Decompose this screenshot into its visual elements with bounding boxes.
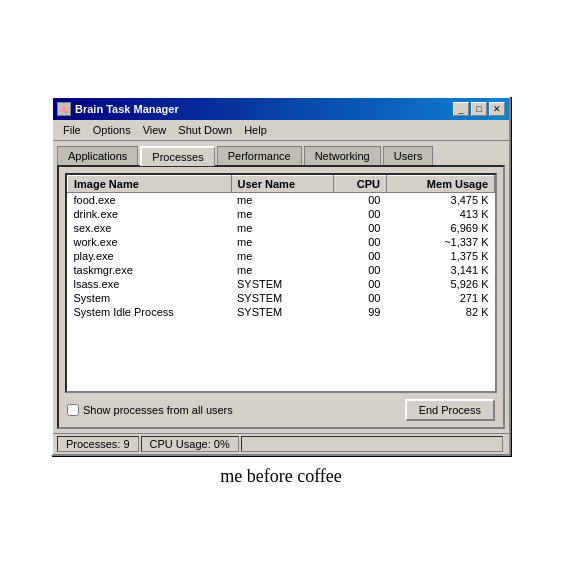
show-all-users-label[interactable]: Show processes from all users [67, 404, 233, 416]
cell-cpu: 00 [334, 291, 387, 305]
cell-image: play.exe [68, 249, 232, 263]
cell-image: sex.exe [68, 221, 232, 235]
tabs-bar: Applications Processes Performance Netwo… [53, 141, 509, 165]
status-cpu: CPU Usage: 0% [141, 436, 239, 452]
cell-mem: ~1,337 K [386, 235, 494, 249]
title-buttons: _ □ ✕ [453, 102, 505, 116]
cell-user: SYSTEM [231, 277, 334, 291]
cell-user: me [231, 249, 334, 263]
cell-cpu: 99 [334, 305, 387, 319]
cell-user: me [231, 193, 334, 208]
cell-cpu: 00 [334, 235, 387, 249]
end-process-button[interactable]: End Process [405, 399, 495, 421]
process-table: Image Name User Name CPU Mem Usage food.… [67, 175, 495, 319]
cell-image: lsass.exe [68, 277, 232, 291]
cell-cpu: 00 [334, 277, 387, 291]
caption: me before coffee [220, 466, 342, 487]
table-row[interactable]: play.exe me 00 1,375 K [68, 249, 495, 263]
table-row[interactable]: System Idle Process SYSTEM 99 82 K [68, 305, 495, 319]
table-row[interactable]: taskmgr.exe me 00 3,141 K [68, 263, 495, 277]
cell-image: taskmgr.exe [68, 263, 232, 277]
cell-image: work.exe [68, 235, 232, 249]
col-user-name[interactable]: User Name [231, 176, 334, 193]
status-bar: Processes: 9 CPU Usage: 0% [53, 433, 509, 454]
cell-cpu: 00 [334, 263, 387, 277]
table-row[interactable]: food.exe me 00 3,475 K [68, 193, 495, 208]
menu-shutdown[interactable]: Shut Down [172, 122, 238, 138]
cell-mem: 413 K [386, 207, 494, 221]
col-image-name[interactable]: Image Name [68, 176, 232, 193]
process-table-wrapper[interactable]: Image Name User Name CPU Mem Usage food.… [65, 173, 497, 393]
cell-cpu: 00 [334, 207, 387, 221]
cell-cpu: 00 [334, 193, 387, 208]
status-processes: Processes: 9 [57, 436, 139, 452]
maximize-button[interactable]: □ [471, 102, 487, 116]
bottom-controls: Show processes from all users End Proces… [65, 399, 497, 421]
cell-mem: 82 K [386, 305, 494, 319]
cell-user: SYSTEM [231, 291, 334, 305]
menu-view[interactable]: View [137, 122, 173, 138]
cell-mem: 5,926 K [386, 277, 494, 291]
cell-user: me [231, 207, 334, 221]
title-bar-left: 🧠 Brain Task Manager [57, 102, 179, 116]
cell-image: drink.exe [68, 207, 232, 221]
cell-image: food.exe [68, 193, 232, 208]
cell-image: System [68, 291, 232, 305]
content-area: Image Name User Name CPU Mem Usage food.… [57, 165, 505, 429]
cell-cpu: 00 [334, 221, 387, 235]
app-icon: 🧠 [57, 102, 71, 116]
cell-mem: 271 K [386, 291, 494, 305]
close-button[interactable]: ✕ [489, 102, 505, 116]
cell-mem: 3,141 K [386, 263, 494, 277]
table-row[interactable]: System SYSTEM 00 271 K [68, 291, 495, 305]
table-row[interactable]: sex.exe me 00 6,969 K [68, 221, 495, 235]
cell-image: System Idle Process [68, 305, 232, 319]
col-mem-usage[interactable]: Mem Usage [386, 176, 494, 193]
cell-user: me [231, 235, 334, 249]
cell-user: me [231, 263, 334, 277]
menu-options[interactable]: Options [87, 122, 137, 138]
cell-user: me [231, 221, 334, 235]
cell-cpu: 00 [334, 249, 387, 263]
cell-mem: 6,969 K [386, 221, 494, 235]
table-row[interactable]: lsass.exe SYSTEM 00 5,926 K [68, 277, 495, 291]
minimize-button[interactable]: _ [453, 102, 469, 116]
menu-bar: File Options View Shut Down Help [53, 120, 509, 141]
cell-mem: 1,375 K [386, 249, 494, 263]
tab-networking[interactable]: Networking [304, 146, 381, 166]
tab-performance[interactable]: Performance [217, 146, 302, 166]
menu-help[interactable]: Help [238, 122, 273, 138]
col-cpu[interactable]: CPU [334, 176, 387, 193]
status-empty [241, 436, 503, 452]
window: 🧠 Brain Task Manager _ □ ✕ File Options … [51, 96, 511, 456]
table-row[interactable]: work.exe me 00 ~1,337 K [68, 235, 495, 249]
menu-file[interactable]: File [57, 122, 87, 138]
tab-processes[interactable]: Processes [140, 146, 214, 166]
tab-applications[interactable]: Applications [57, 146, 138, 166]
window-title: Brain Task Manager [75, 103, 179, 115]
cell-mem: 3,475 K [386, 193, 494, 208]
table-row[interactable]: drink.exe me 00 413 K [68, 207, 495, 221]
show-all-users-checkbox[interactable] [67, 404, 79, 416]
app-wrapper: 🧠 Brain Task Manager _ □ ✕ File Options … [51, 96, 511, 487]
cell-user: SYSTEM [231, 305, 334, 319]
show-all-users-text: Show processes from all users [83, 404, 233, 416]
tab-users[interactable]: Users [383, 146, 434, 166]
title-bar: 🧠 Brain Task Manager _ □ ✕ [53, 98, 509, 120]
